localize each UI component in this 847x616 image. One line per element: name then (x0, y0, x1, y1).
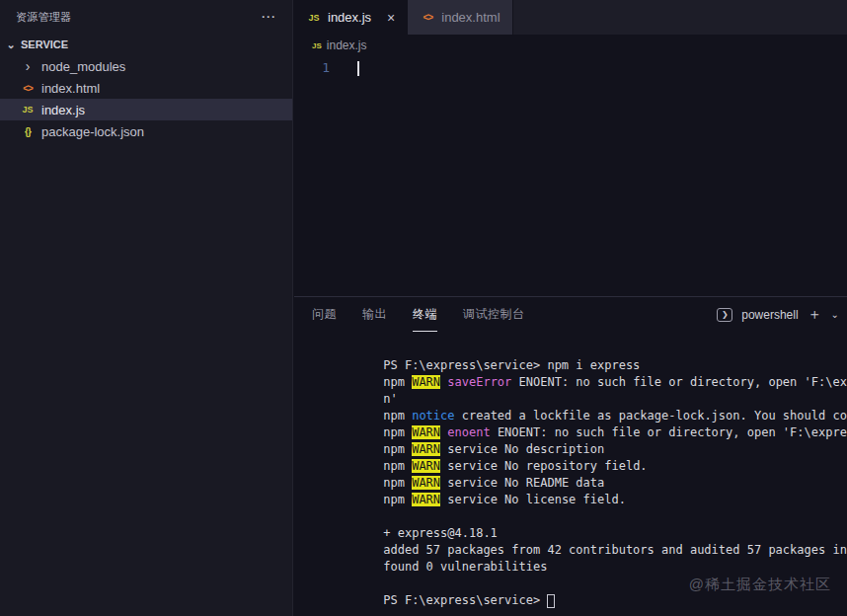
tab-label: index.html (441, 10, 500, 25)
js-file-icon: JS (312, 41, 322, 50)
tab-label: index.js (328, 10, 371, 25)
terminal-text: npm (383, 442, 412, 456)
file-label: index.js (41, 103, 85, 117)
terminal-text: ENOENT: no such file or directory, open … (491, 425, 847, 439)
terminal-text: ENOENT: no such file or directory, open … (511, 375, 847, 389)
explorer-header: 资源管理器 ⋯ (0, 0, 292, 34)
terminal-text: npm (383, 425, 412, 439)
js-file-icon: JS (306, 13, 322, 23)
sidebar-item-index-js[interactable]: JS index.js (0, 99, 292, 120)
terminal-text: enoent (447, 425, 490, 439)
bottom-panel: 问题 输出 终端 调试控制台 ❯ powershell ＋ ⌄ PS F:\ex… (294, 296, 847, 616)
tab-index-html[interactable]: <> index.html (408, 0, 512, 35)
terminal-text: service No description (440, 442, 604, 456)
warn-badge: WARN (412, 459, 440, 473)
file-label: node_modules (41, 59, 125, 74)
file-tree: › node_modules <> index.html JS index.js… (0, 55, 292, 142)
tab-debug-console[interactable]: 调试控制台 (463, 297, 525, 332)
file-label: package-lock.json (41, 124, 144, 139)
terminal-text: saveError (447, 375, 511, 389)
panel-tabs: 问题 输出 终端 调试控制台 (312, 297, 525, 332)
terminal-text: service No README data (440, 476, 604, 490)
terminal-text: service No license field. (440, 493, 626, 506)
terminal-text: npm (383, 409, 412, 423)
sidebar-item-node-modules[interactable]: › node_modules (0, 55, 292, 77)
sidebar-item-index-html[interactable]: <> index.html (0, 77, 292, 99)
tab-index-js[interactable]: JS index.js × (294, 0, 408, 35)
terminal-text: npm (383, 375, 412, 389)
warn-badge: WARN (412, 375, 440, 389)
terminal-text: service No repository field. (440, 459, 648, 473)
terminal-text: npm (383, 493, 412, 506)
chevron-right-icon: › (20, 58, 36, 74)
explorer-title: 资源管理器 (16, 10, 72, 25)
watermark: @稀土掘金技术社区 (689, 576, 831, 594)
terminal-toolbar: ❯ powershell ＋ ⌄ (717, 305, 841, 324)
js-file-icon: JS (20, 105, 36, 115)
warn-badge: WARN (412, 493, 440, 506)
panel-header: 问题 输出 终端 调试控制台 ❯ powershell ＋ ⌄ (294, 297, 847, 332)
close-icon[interactable]: × (387, 10, 395, 26)
terminal-icon: ❯ (717, 308, 732, 322)
tab-output[interactable]: 输出 (362, 297, 387, 332)
line-number: 1 (294, 56, 340, 296)
terminal-text: + express@4.18.1 (383, 526, 498, 540)
new-terminal-button[interactable]: ＋ (808, 305, 822, 324)
editor-tabbar: JS index.js × <> index.html (294, 0, 847, 35)
terminal-text: added 57 packages from 42 contributors a… (383, 543, 847, 557)
json-file-icon: {} (20, 126, 36, 137)
terminal-text: found 0 vulnerabilities (383, 560, 547, 574)
terminal-text: npm (383, 476, 412, 490)
warn-badge: WARN (412, 476, 440, 490)
explorer-sidebar: 资源管理器 ⋯ ⌄ SERVICE › node_modules <> inde… (0, 0, 293, 616)
file-label: index.html (41, 81, 100, 96)
html-file-icon: <> (20, 83, 36, 94)
html-file-icon: <> (420, 12, 435, 23)
terminal-text: n' (383, 392, 397, 406)
terminal-dropdown-chevron[interactable]: ⌄ (831, 309, 839, 320)
terminal-text: PS F:\express\service> (383, 593, 547, 607)
notice-label: notice (412, 409, 454, 423)
breadcrumb-label: index.js (327, 38, 367, 52)
sidebar-item-package-lock-json[interactable]: {} package-lock.json (0, 120, 292, 142)
code-editor[interactable]: 1 (294, 56, 847, 296)
vscode-window: 资源管理器 ⋯ ⌄ SERVICE › node_modules <> inde… (0, 0, 847, 616)
terminal-text: created a lockfile as package-lock.json.… (455, 409, 847, 423)
terminal-text: npm (383, 459, 412, 473)
breadcrumb[interactable]: JS index.js (294, 35, 847, 56)
editor-caret (357, 61, 359, 76)
more-actions-icon[interactable]: ⋯ (261, 12, 276, 22)
tab-problems[interactable]: 问题 (312, 297, 337, 332)
shell-selector[interactable]: powershell (741, 308, 798, 322)
section-label: SERVICE (21, 38, 68, 50)
terminal-cursor (547, 594, 555, 608)
terminal-text: PS F:\express\service> npm i express (383, 358, 640, 372)
terminal-line: PS F:\express\service> npm i express (312, 341, 847, 357)
warn-badge: WARN (412, 425, 440, 439)
terminal-line: + express@4.18.1 (312, 508, 847, 525)
tab-terminal[interactable]: 终端 (413, 297, 437, 332)
chevron-down-icon: ⌄ (4, 38, 18, 51)
section-service[interactable]: ⌄ SERVICE (0, 34, 292, 55)
editor-region: JS index.js × <> index.html JS index.js … (294, 0, 847, 616)
warn-badge: WARN (412, 442, 440, 456)
